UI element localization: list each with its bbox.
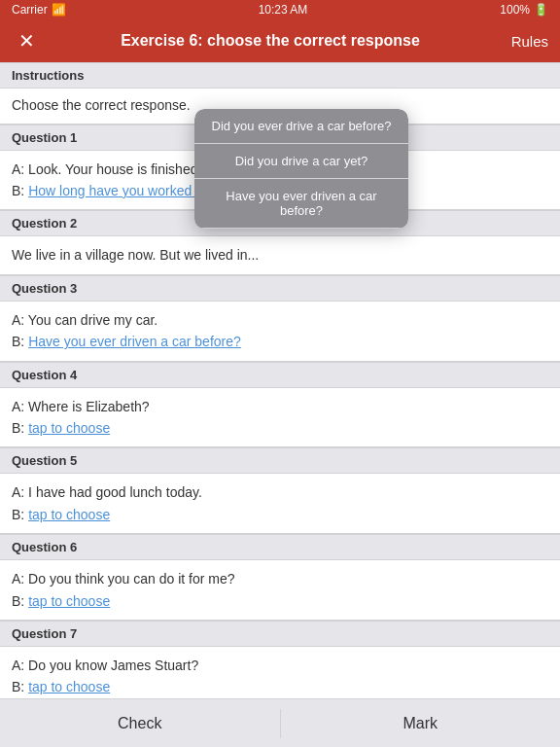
mark-button[interactable]: Mark xyxy=(281,703,561,744)
q7-tap-link[interactable]: tap to choose xyxy=(28,679,110,694)
q4-tap-link[interactable]: tap to choose xyxy=(28,420,110,436)
close-button[interactable]: ✕ xyxy=(12,29,41,53)
q5-line-b: B: tap to choose xyxy=(12,504,548,525)
question-5-header: Question 5 xyxy=(0,447,560,474)
question-5-body: A: I have had good lunch today. B: tap t… xyxy=(0,474,560,534)
answer-popup: Did you ever drive a car before? Did you… xyxy=(194,109,408,229)
wifi-icon: 📶 xyxy=(52,3,66,17)
q3-answer-link[interactable]: Have you ever driven a car before? xyxy=(28,334,241,349)
battery-icon: 🔋 xyxy=(534,3,548,17)
nav-title: Exercise 6: choose the correct response xyxy=(41,32,500,50)
question-6-body: A: Do you think you can do it for me? B:… xyxy=(0,560,560,621)
popup-option-2[interactable]: Did you drive a car yet? xyxy=(194,144,408,179)
q4-line-b: B: tap to choose xyxy=(12,417,548,439)
popup-option-1[interactable]: Did you ever drive a car before? xyxy=(194,109,408,144)
rules-button[interactable]: Rules xyxy=(500,33,548,50)
status-bar-left: Carrier 📶 xyxy=(12,3,66,17)
question-3-body: A: You can drive my car. B: Have you eve… xyxy=(0,302,560,362)
q3-line-a: A: You can drive my car. xyxy=(12,309,548,331)
question-7-header: Question 7 xyxy=(0,621,560,647)
q4-line-a: A: Where is Elizabeth? xyxy=(12,396,548,417)
q6-line-b: B: tap to choose xyxy=(12,590,548,612)
nav-bar: ✕ Exercise 6: choose the correct respons… xyxy=(0,19,560,62)
status-bar-time: 10:23 AM xyxy=(259,3,308,17)
q7-line-a: A: Do you know James Stuart? xyxy=(12,655,548,676)
q5-tap-link[interactable]: tap to choose xyxy=(28,507,110,522)
q5-line-a: A: I have had good lunch today. xyxy=(12,481,548,503)
q6-line-a: A: Do you think you can do it for me? xyxy=(12,568,548,589)
popup-option-3[interactable]: Have you ever driven a car before? xyxy=(194,179,408,229)
question-4-header: Question 4 xyxy=(0,362,560,388)
question-2-body: We live in a village now. But we lived i… xyxy=(0,236,560,274)
instructions-header: Instructions xyxy=(0,62,560,89)
status-bar: Carrier 📶 10:23 AM 100% 🔋 xyxy=(0,0,560,19)
q3-line-b: B: Have you ever driven a car before? xyxy=(12,331,548,352)
battery-label: 100% xyxy=(500,3,530,17)
q7-line-b: B: tap to choose xyxy=(12,676,548,697)
status-bar-right: 100% 🔋 xyxy=(500,3,548,17)
question-3-header: Question 3 xyxy=(0,275,560,302)
bottom-bar: Check Mark xyxy=(0,698,560,747)
check-button[interactable]: Check xyxy=(0,703,280,744)
question-4-body: A: Where is Elizabeth? B: tap to choose xyxy=(0,388,560,448)
q2-line-a: We live in a village now. But we lived i… xyxy=(12,244,548,266)
q6-tap-link[interactable]: tap to choose xyxy=(28,593,110,609)
question-6-header: Question 6 xyxy=(0,534,560,560)
carrier-label: Carrier xyxy=(12,3,48,17)
